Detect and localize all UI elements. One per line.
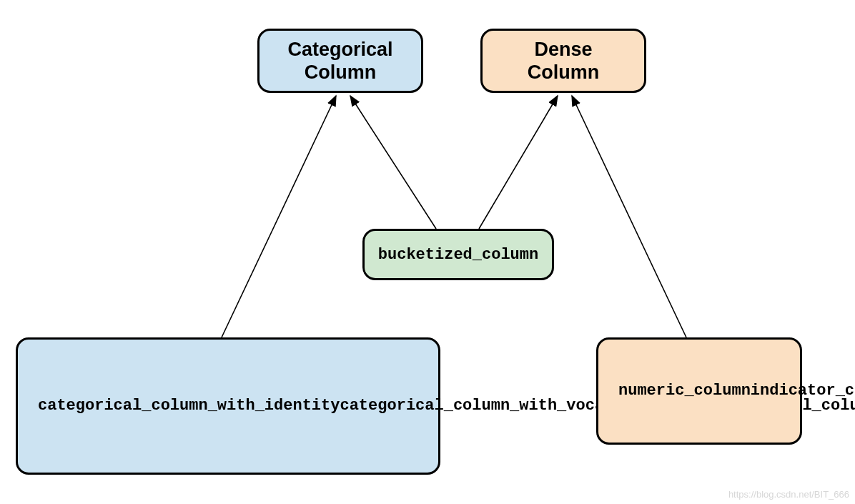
categorical-columns-list: categorical_column_with_identity categor… (16, 337, 440, 475)
edge-denselist-to-densehdr (572, 96, 686, 337)
edge-catlist-to-cathdr (222, 96, 336, 337)
bucketized-column-node: bucketized_column (362, 229, 554, 280)
dense-header-line1: Dense (534, 39, 592, 60)
categorical-column-header: Categorical Column (257, 29, 423, 93)
edge-bucket-to-cathdr (350, 96, 436, 229)
dense-list-item: indicator_column (751, 380, 855, 402)
dense-columns-list: numeric_column indicator_column embeddin… (596, 337, 802, 445)
categorical-list-item: categorical_column_with_identity (38, 395, 340, 417)
categorical-header-line1: Categorical (287, 39, 392, 60)
edge-bucket-to-densehdr (479, 96, 558, 229)
watermark-text: https://blog.csdn.net/BIT_666 (728, 489, 849, 500)
dense-header-line2: Column (528, 61, 600, 83)
dense-column-header: Dense Column (480, 29, 646, 93)
categorical-header-line2: Column (305, 61, 377, 83)
dense-list-item: numeric_column (618, 380, 751, 402)
bucketized-label: bucketized_column (378, 246, 538, 264)
